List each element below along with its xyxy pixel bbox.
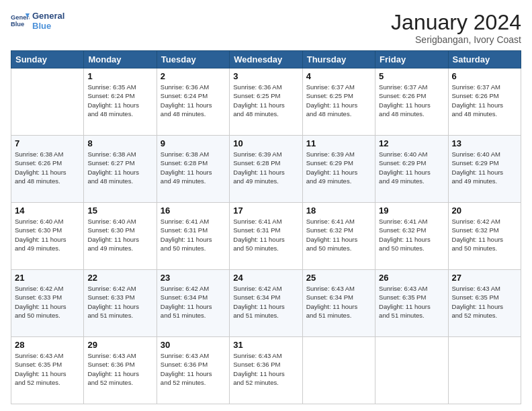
day-number: 24 bbox=[233, 273, 298, 283]
day-number: 6 bbox=[452, 71, 517, 81]
calendar-cell: 4Sunrise: 6:37 AMSunset: 6:25 PMDaylight… bbox=[302, 68, 375, 136]
day-info: Sunrise: 6:43 AMSunset: 6:34 PMDaylight:… bbox=[306, 284, 371, 320]
calendar-cell: 23Sunrise: 6:42 AMSunset: 6:34 PMDayligh… bbox=[157, 270, 229, 337]
day-number: 31 bbox=[233, 340, 298, 350]
calendar-cell: 10Sunrise: 6:39 AMSunset: 6:28 PMDayligh… bbox=[230, 136, 302, 203]
day-info: Sunrise: 6:39 AMSunset: 6:28 PMDaylight:… bbox=[233, 150, 298, 185]
calendar-cell: 30Sunrise: 6:43 AMSunset: 6:36 PMDayligh… bbox=[157, 337, 229, 404]
day-number: 25 bbox=[306, 273, 371, 283]
day-number: 1 bbox=[87, 71, 152, 81]
day-number: 16 bbox=[161, 205, 226, 216]
calendar-header-monday: Monday bbox=[84, 51, 157, 68]
calendar-header-wednesday: Wednesday bbox=[230, 51, 302, 68]
calendar-cell: 2Sunrise: 6:36 AMSunset: 6:24 PMDaylight… bbox=[157, 68, 229, 136]
calendar-cell: 27Sunrise: 6:43 AMSunset: 6:35 PMDayligh… bbox=[448, 270, 521, 337]
day-info: Sunrise: 6:43 AMSunset: 6:36 PMDaylight:… bbox=[233, 351, 298, 387]
day-info: Sunrise: 6:40 AMSunset: 6:29 PMDaylight:… bbox=[379, 150, 444, 185]
day-number: 5 bbox=[379, 71, 444, 81]
calendar-cell: 31Sunrise: 6:43 AMSunset: 6:36 PMDayligh… bbox=[230, 337, 302, 404]
day-number: 10 bbox=[233, 138, 298, 148]
day-info: Sunrise: 6:43 AMSunset: 6:35 PMDaylight:… bbox=[452, 284, 517, 320]
day-number: 23 bbox=[161, 273, 226, 283]
calendar-header-saturday: Saturday bbox=[448, 51, 521, 68]
day-number: 20 bbox=[452, 205, 517, 216]
calendar-cell: 22Sunrise: 6:42 AMSunset: 6:33 PMDayligh… bbox=[84, 270, 157, 337]
day-info: Sunrise: 6:40 AMSunset: 6:30 PMDaylight:… bbox=[87, 217, 152, 253]
title-block: January 2024 Serigbangan, Ivory Coast bbox=[391, 11, 521, 45]
day-info: Sunrise: 6:40 AMSunset: 6:30 PMDaylight:… bbox=[15, 217, 80, 253]
logo-text-blue: Blue bbox=[32, 21, 64, 31]
day-info: Sunrise: 6:42 AMSunset: 6:32 PMDaylight:… bbox=[452, 217, 517, 253]
calendar-cell: 18Sunrise: 6:41 AMSunset: 6:32 PMDayligh… bbox=[302, 203, 375, 270]
calendar-cell: 3Sunrise: 6:36 AMSunset: 6:25 PMDaylight… bbox=[230, 68, 302, 136]
calendar-week-2: 7Sunrise: 6:38 AMSunset: 6:26 PMDaylight… bbox=[11, 136, 521, 203]
day-info: Sunrise: 6:43 AMSunset: 6:36 PMDaylight:… bbox=[161, 351, 226, 387]
day-number: 3 bbox=[233, 71, 298, 81]
calendar-cell: 25Sunrise: 6:43 AMSunset: 6:34 PMDayligh… bbox=[302, 270, 375, 337]
day-info: Sunrise: 6:36 AMSunset: 6:24 PMDaylight:… bbox=[161, 83, 226, 118]
day-info: Sunrise: 6:43 AMSunset: 6:35 PMDaylight:… bbox=[379, 284, 444, 320]
calendar-header-row: SundayMondayTuesdayWednesdayThursdayFrid… bbox=[11, 51, 521, 68]
day-info: Sunrise: 6:35 AMSunset: 6:24 PMDaylight:… bbox=[87, 83, 152, 118]
calendar-cell: 20Sunrise: 6:42 AMSunset: 6:32 PMDayligh… bbox=[448, 203, 521, 270]
logo: General Blue General Blue bbox=[11, 11, 64, 31]
calendar-week-3: 14Sunrise: 6:40 AMSunset: 6:30 PMDayligh… bbox=[11, 203, 521, 270]
calendar-cell: 16Sunrise: 6:41 AMSunset: 6:31 PMDayligh… bbox=[157, 203, 229, 270]
day-number: 11 bbox=[306, 138, 371, 148]
day-number: 19 bbox=[379, 205, 444, 216]
day-number: 13 bbox=[452, 138, 517, 148]
calendar-cell: 28Sunrise: 6:43 AMSunset: 6:35 PMDayligh… bbox=[11, 337, 84, 404]
calendar-week-1: 1Sunrise: 6:35 AMSunset: 6:24 PMDaylight… bbox=[11, 68, 521, 136]
calendar-cell bbox=[302, 337, 375, 404]
day-info: Sunrise: 6:41 AMSunset: 6:31 PMDaylight:… bbox=[233, 217, 298, 253]
calendar-table: SundayMondayTuesdayWednesdayThursdayFrid… bbox=[11, 50, 521, 404]
day-number: 9 bbox=[161, 138, 226, 148]
calendar-cell: 11Sunrise: 6:39 AMSunset: 6:29 PMDayligh… bbox=[302, 136, 375, 203]
calendar-header-thursday: Thursday bbox=[302, 51, 375, 68]
day-number: 27 bbox=[452, 273, 517, 283]
day-info: Sunrise: 6:42 AMSunset: 6:33 PMDaylight:… bbox=[15, 284, 80, 320]
calendar-cell: 8Sunrise: 6:38 AMSunset: 6:27 PMDaylight… bbox=[84, 136, 157, 203]
day-number: 21 bbox=[15, 273, 80, 283]
calendar-cell bbox=[375, 337, 448, 404]
day-info: Sunrise: 6:42 AMSunset: 6:34 PMDaylight:… bbox=[161, 284, 226, 320]
calendar-cell: 17Sunrise: 6:41 AMSunset: 6:31 PMDayligh… bbox=[230, 203, 302, 270]
day-info: Sunrise: 6:37 AMSunset: 6:26 PMDaylight:… bbox=[379, 83, 444, 118]
day-info: Sunrise: 6:40 AMSunset: 6:29 PMDaylight:… bbox=[452, 150, 517, 185]
day-info: Sunrise: 6:41 AMSunset: 6:31 PMDaylight:… bbox=[161, 217, 226, 253]
calendar-cell: 29Sunrise: 6:43 AMSunset: 6:36 PMDayligh… bbox=[84, 337, 157, 404]
day-info: Sunrise: 6:39 AMSunset: 6:29 PMDaylight:… bbox=[306, 150, 371, 185]
day-info: Sunrise: 6:37 AMSunset: 6:26 PMDaylight:… bbox=[452, 83, 517, 118]
day-number: 8 bbox=[87, 138, 152, 148]
day-info: Sunrise: 6:42 AMSunset: 6:34 PMDaylight:… bbox=[233, 284, 298, 320]
day-info: Sunrise: 6:38 AMSunset: 6:26 PMDaylight:… bbox=[15, 150, 80, 185]
calendar-cell: 7Sunrise: 6:38 AMSunset: 6:26 PMDaylight… bbox=[11, 136, 84, 203]
day-number: 26 bbox=[379, 273, 444, 283]
calendar-cell: 9Sunrise: 6:38 AMSunset: 6:28 PMDaylight… bbox=[157, 136, 229, 203]
calendar-cell: 15Sunrise: 6:40 AMSunset: 6:30 PMDayligh… bbox=[84, 203, 157, 270]
day-info: Sunrise: 6:42 AMSunset: 6:33 PMDaylight:… bbox=[87, 284, 152, 320]
day-number: 22 bbox=[87, 273, 152, 283]
main-title: January 2024 bbox=[391, 11, 521, 34]
calendar-cell: 1Sunrise: 6:35 AMSunset: 6:24 PMDaylight… bbox=[84, 68, 157, 136]
calendar-cell: 5Sunrise: 6:37 AMSunset: 6:26 PMDaylight… bbox=[375, 68, 448, 136]
calendar-cell: 13Sunrise: 6:40 AMSunset: 6:29 PMDayligh… bbox=[448, 136, 521, 203]
calendar-cell: 12Sunrise: 6:40 AMSunset: 6:29 PMDayligh… bbox=[375, 136, 448, 203]
day-info: Sunrise: 6:43 AMSunset: 6:35 PMDaylight:… bbox=[15, 351, 80, 387]
day-number: 17 bbox=[233, 205, 298, 216]
day-info: Sunrise: 6:36 AMSunset: 6:25 PMDaylight:… bbox=[233, 83, 298, 118]
day-number: 14 bbox=[15, 205, 80, 216]
calendar-cell: 14Sunrise: 6:40 AMSunset: 6:30 PMDayligh… bbox=[11, 203, 84, 270]
calendar-week-5: 28Sunrise: 6:43 AMSunset: 6:35 PMDayligh… bbox=[11, 337, 521, 404]
day-number: 2 bbox=[161, 71, 226, 81]
day-number: 28 bbox=[15, 340, 80, 350]
calendar-header-friday: Friday bbox=[375, 51, 448, 68]
day-info: Sunrise: 6:43 AMSunset: 6:36 PMDaylight:… bbox=[87, 351, 152, 387]
day-number: 4 bbox=[306, 71, 371, 81]
day-number: 12 bbox=[379, 138, 444, 148]
day-info: Sunrise: 6:41 AMSunset: 6:32 PMDaylight:… bbox=[379, 217, 444, 253]
day-number: 30 bbox=[161, 340, 226, 350]
calendar-cell: 19Sunrise: 6:41 AMSunset: 6:32 PMDayligh… bbox=[375, 203, 448, 270]
svg-text:Blue: Blue bbox=[11, 21, 24, 28]
calendar-header-sunday: Sunday bbox=[11, 51, 84, 68]
